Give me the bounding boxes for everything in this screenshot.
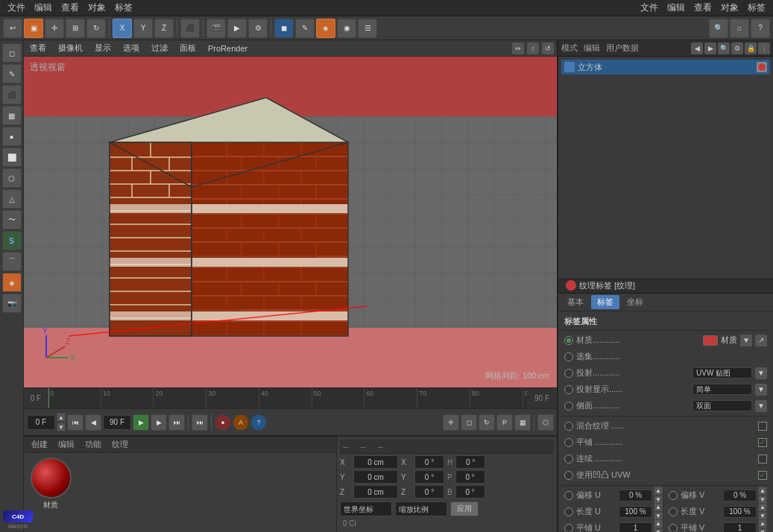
tag-tab-label[interactable]: 标签 [591, 295, 619, 309]
pb-tool-4[interactable]: P [496, 414, 513, 431]
tag-tab-coord[interactable]: 坐标 [621, 295, 649, 309]
search-btn[interactable]: 🔍 [709, 19, 728, 38]
vp-tab-prorender[interactable]: ProRender [205, 44, 250, 53]
tile-checkbox[interactable]: ✓ [758, 438, 767, 447]
tag-tab-basic[interactable]: 基本 [561, 295, 590, 309]
coord-z-rot[interactable] [414, 485, 444, 498]
coord-h-val[interactable] [455, 455, 485, 469]
right-menu-object[interactable]: 对象 [716, 1, 743, 14]
vp-tab-camera[interactable]: 摄像机 [55, 42, 86, 54]
next-frame-btn[interactable]: ▶ [151, 414, 167, 431]
length-v-up[interactable]: ▲ [758, 503, 767, 512]
offset-v-up[interactable]: ▲ [758, 487, 767, 495]
tool-cube2[interactable]: ⬜ [2, 148, 22, 167]
coord-apply-btn[interactable]: 应用 [450, 501, 479, 516]
tile-v-up[interactable]: ▲ [758, 519, 767, 528]
auto-btn[interactable]: A [233, 414, 249, 431]
vp-icon-3[interactable]: ↺ [542, 42, 554, 54]
help-circle-btn[interactable]: ? [250, 414, 267, 431]
go-start-btn[interactable]: ⏮ [67, 414, 83, 431]
menu-file[interactable]: 文件 [3, 1, 30, 14]
obj-item-cube[interactable]: 立方体 [561, 60, 770, 75]
search-left-icon[interactable]: ◀ [691, 42, 703, 54]
material-btn-2[interactable]: ↗ [755, 335, 767, 346]
rotate-tool[interactable]: ↻ [86, 19, 106, 38]
timeline[interactable]: 0 F 0 10 20 30 40 50 60 70 80 90 90 F [24, 387, 557, 408]
tool-select[interactable]: ◻ [2, 43, 22, 63]
record-start-btn[interactable]: ⏭ [192, 414, 208, 431]
help-btn[interactable]: ? [751, 19, 770, 38]
tool-checker[interactable]: ⬛ [2, 85, 22, 104]
prop-tile-radio[interactable] [564, 438, 573, 447]
viewport-3d[interactable]: 透视视窗 [24, 57, 557, 387]
render-settings[interactable]: ⚙ [248, 19, 268, 38]
tile-v-down[interactable]: ▼ [758, 528, 767, 533]
coord-x-rot[interactable] [414, 455, 444, 469]
tool-paint[interactable]: ✎ [2, 64, 22, 83]
sculpt-tool[interactable]: ✎ [295, 19, 315, 38]
tool-cylinder[interactable]: ⬡ [2, 168, 22, 188]
pb-tool-6[interactable]: ⬡ [537, 414, 554, 431]
material-dropdown-arrow[interactable]: ▼ [740, 335, 752, 346]
mat-tab-edit[interactable]: 编辑 [55, 439, 78, 450]
search-icon[interactable]: 🔍 [718, 42, 730, 54]
frame-up[interactable]: ▲ [57, 413, 66, 422]
uvw-checkbox[interactable]: ✓ [758, 471, 767, 480]
extra-tool[interactable]: ☰ [358, 19, 377, 38]
length-v-field[interactable] [723, 506, 757, 518]
vp-icon-1[interactable]: ⇔ [512, 42, 524, 54]
side-arrow[interactable]: ▼ [755, 400, 767, 412]
prop-length-u-radio[interactable] [564, 507, 573, 516]
projection-arrow[interactable]: ▼ [755, 367, 767, 379]
right-menu-edit[interactable]: 编辑 [663, 1, 690, 14]
undo-btn[interactable]: ↩ [3, 19, 22, 38]
timeline-bar[interactable]: 0 10 20 30 40 50 60 70 80 90 [48, 388, 527, 408]
prop-proj-display-dropdown[interactable]: 简单 [692, 384, 752, 395]
go-end-btn[interactable]: ⏭ [168, 414, 185, 431]
obj-lock-icon[interactable]: 🔒 [745, 42, 757, 54]
vp-icon-2[interactable]: ↕ [527, 42, 539, 54]
material-color-swatch[interactable] [703, 335, 718, 346]
tool-grid[interactable]: ▦ [2, 106, 22, 125]
offset-v-field[interactable] [723, 490, 757, 501]
pb-tool-1[interactable]: ✛ [443, 414, 459, 431]
bp-uv-tool[interactable]: ◉ [337, 19, 356, 38]
obj-extra-icon[interactable]: ⋮ [758, 42, 770, 54]
prop-side-dropdown[interactable]: 双面 [692, 400, 752, 411]
vp-tab-filter[interactable]: 过滤 [148, 42, 171, 54]
tile-u-up[interactable]: ▲ [654, 519, 663, 528]
tool-s[interactable]: S [2, 231, 22, 250]
tool-cone[interactable]: △ [2, 189, 22, 209]
prop-tile-v-radio[interactable] [669, 524, 678, 533]
tool-active[interactable]: ◈ [2, 273, 22, 292]
menu-edit[interactable]: 编辑 [30, 1, 57, 14]
mix-checkbox[interactable] [758, 422, 767, 431]
obj-settings-icon[interactable]: ⚙ [731, 42, 743, 54]
home-btn[interactable]: ⌂ [730, 19, 749, 38]
tool-camera[interactable]: 📷 [2, 294, 22, 313]
coord-z-pos[interactable] [353, 485, 398, 498]
menu-view[interactable]: 查看 [57, 1, 83, 14]
cube-tool[interactable]: ⬛ [180, 19, 200, 38]
vp-tab-view[interactable]: 查看 [27, 42, 49, 54]
vp-tab-panel[interactable]: 面板 [177, 42, 199, 54]
coord-y-pos[interactable] [353, 470, 398, 484]
end-frame-field[interactable] [103, 415, 131, 430]
prop-selection-radio[interactable] [564, 352, 573, 361]
material-ball-0[interactable] [31, 457, 72, 498]
coord-p-val[interactable] [455, 470, 485, 484]
prop-material-radio[interactable] [564, 336, 573, 345]
prop-side-radio[interactable] [564, 402, 573, 411]
obj-menu-userdata[interactable]: 用户数据 [606, 42, 639, 54]
obj-menu-edit[interactable]: 编辑 [584, 42, 600, 54]
coord-world-dropdown[interactable]: 世界坐标 [340, 501, 392, 516]
coord-b-val[interactable] [455, 485, 485, 498]
length-u-up[interactable]: ▲ [654, 503, 663, 512]
right-menu-file[interactable]: 文件 [636, 1, 663, 14]
coord-x-pos[interactable] [353, 455, 398, 469]
pb-tool-2[interactable]: ◻ [461, 414, 477, 431]
mat-tab-function[interactable]: 功能 [82, 439, 104, 450]
vp-tab-display[interactable]: 显示 [92, 42, 114, 54]
tool-bend[interactable]: ⌒ [2, 252, 22, 271]
prop-offset-v-radio[interactable] [669, 491, 678, 500]
